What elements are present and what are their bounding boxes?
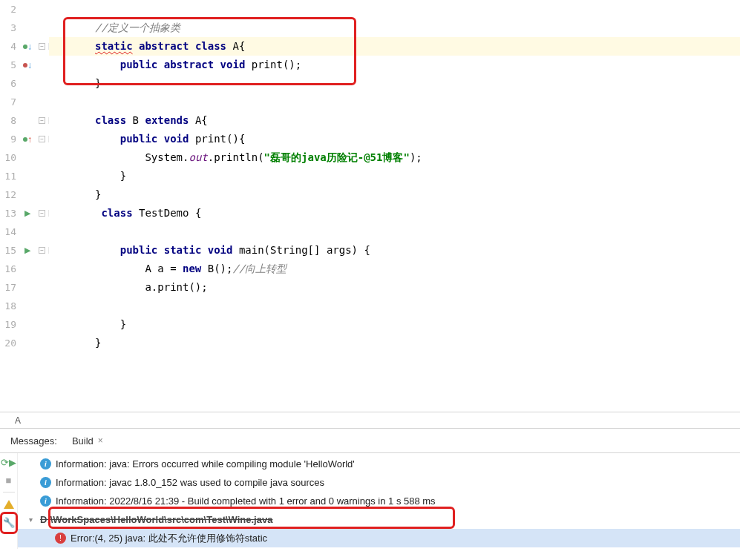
line-number: 12	[0, 189, 19, 200]
line-number: 16	[0, 263, 19, 274]
override-down-icon[interactable]: ↓	[19, 60, 36, 70]
gutter: 2 3 4↓− 5↓ 6 7 8− 9↑− 10 11 12 13▶− 14 1…	[0, 0, 49, 412]
messages-panel: Messages: Build × ⟳▶ ■ 🔧 i Information: …	[0, 429, 740, 560]
messages-tab-bar: Messages: Build ×	[0, 429, 740, 453]
line-number: 7	[0, 96, 19, 108]
message-row[interactable]: i Information: javac 1.8.0_152 was used …	[18, 473, 740, 492]
stop-button[interactable]: ■	[3, 474, 15, 486]
line-number: 13	[0, 208, 19, 219]
fold-handle[interactable]: −	[39, 210, 45, 217]
warning-filter-button[interactable]	[3, 498, 15, 510]
line-number: 15	[0, 245, 19, 256]
line-number: 9	[0, 134, 19, 145]
line-number: 6	[0, 78, 19, 89]
message-row[interactable]: i Information: java: Errors occurred whi…	[18, 455, 740, 473]
fold-handle[interactable]: −	[39, 247, 45, 254]
line-number: 18	[0, 300, 19, 312]
message-file-path[interactable]: ▾ D:\WorkSpaces\HelloWorld\src\com\Test\…	[18, 510, 740, 529]
messages-label: Messages:	[3, 435, 65, 447]
fold-handle[interactable]: −	[39, 136, 45, 142]
expand-toggle[interactable]: ▾	[25, 515, 36, 524]
code-content[interactable]: //定义一个抽象类 static abstract class A{ publi…	[49, 0, 740, 412]
message-row[interactable]: i Information: 2022/8/16 21:39 - Build c…	[18, 492, 740, 510]
code-editor[interactable]: 2 3 4↓− 5↓ 6 7 8− 9↑− 10 11 12 13▶− 14 1…	[0, 0, 740, 412]
line-number: 14	[0, 226, 19, 237]
fold-handle[interactable]: −	[39, 43, 45, 50]
line-number: 11	[0, 171, 19, 182]
tab-build[interactable]: Build ×	[65, 431, 111, 451]
error-icon: !	[55, 533, 66, 544]
line-number: 20	[0, 337, 19, 349]
line-number: 3	[0, 22, 19, 33]
rerun-button[interactable]: ⟳▶	[3, 456, 15, 468]
messages-tree[interactable]: i Information: java: Errors occurred whi…	[18, 453, 740, 549]
line-number: 19	[0, 319, 19, 330]
line-number: 17	[0, 282, 19, 293]
breadcrumb-item[interactable]: A	[0, 415, 50, 426]
wrench-button[interactable]: 🔧	[3, 516, 15, 528]
breadcrumb[interactable]: A	[0, 412, 740, 429]
message-error-row[interactable]: ! Error:(4, 25) java: 此处不允许使用修饰符static	[18, 529, 740, 547]
run-icon[interactable]: ▶	[19, 208, 36, 218]
fold-handle[interactable]: −	[39, 117, 45, 124]
line-number: 2	[0, 4, 19, 15]
close-icon[interactable]: ×	[98, 435, 103, 446]
run-icon[interactable]: ▶	[19, 246, 36, 255]
code-comment: //定义一个抽象类	[95, 22, 180, 33]
info-icon: i	[40, 495, 51, 507]
info-icon: i	[40, 477, 51, 488]
line-number: 5	[0, 59, 19, 70]
line-number: 8	[0, 115, 19, 126]
override-up-icon[interactable]: ↑	[19, 134, 36, 145]
messages-toolbar: ⟳▶ ■ 🔧	[0, 453, 18, 549]
info-icon: i	[40, 458, 51, 470]
line-number: 10	[0, 152, 19, 163]
override-down-icon[interactable]: ↓	[19, 42, 36, 52]
line-number: 4	[0, 41, 19, 52]
